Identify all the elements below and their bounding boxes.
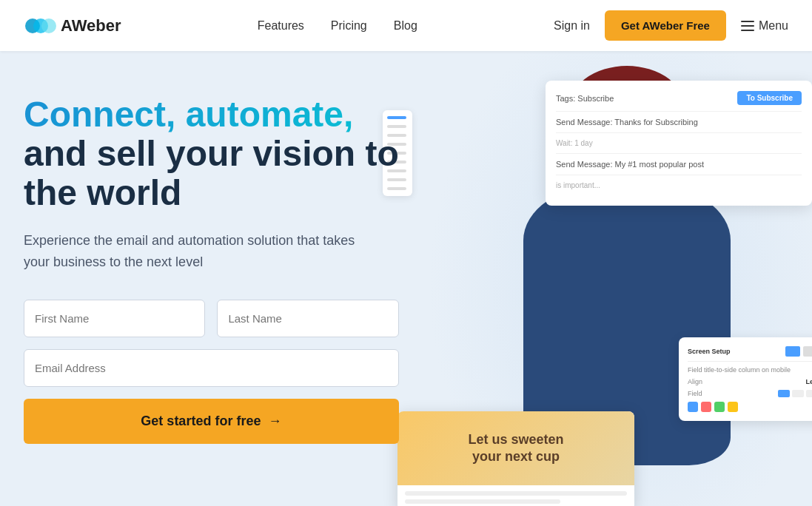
card-row-3: Wait: 1 day: [556, 139, 802, 154]
nav-features[interactable]: Features: [258, 19, 304, 33]
footer-line-1: [405, 491, 627, 496]
card-row-2-label: Send Message: Thanks for Subscribing: [556, 118, 698, 127]
menu-label: Menu: [759, 19, 788, 33]
panel-field-label: Field: [688, 390, 702, 397]
email-text-line2: your next cup: [472, 449, 560, 464]
svg-point-2: [41, 18, 56, 33]
logo-text: AWeber: [61, 16, 121, 36]
hero-subtitle: Experience the email and automation solu…: [24, 230, 364, 273]
swatch-green[interactable]: [714, 402, 725, 412]
swatch-blue[interactable]: [688, 402, 698, 412]
card-row-4-label: Send Message: My #1 most popular post: [556, 160, 704, 169]
hero-illustration: Tags: Subscribe To Subscribe Send Messag…: [383, 51, 812, 506]
navbar-right: Sign in Get AWeber Free Menu: [554, 10, 788, 41]
signup-form: Get started for free →: [24, 300, 399, 444]
cta-label: Get started for free: [141, 414, 261, 429]
signin-link[interactable]: Sign in: [554, 19, 590, 33]
panel-title-row: Screen Setup: [688, 346, 812, 357]
navbar: AWeber Features Pricing Blog Sign in Get…: [0, 0, 812, 51]
footer-line-2: [405, 499, 560, 504]
name-row: [24, 300, 399, 337]
email-template-text: Let us sweeten your next cup: [468, 431, 563, 466]
menu-button[interactable]: Menu: [741, 19, 788, 33]
hero-title-line2: and sell your vision to: [24, 134, 399, 173]
subscribe-btn: To Subscribe: [737, 91, 802, 105]
email-template-card: Let us sweeten your next cup: [397, 411, 634, 506]
panel-row-1: Field title-to-side column on mobile: [688, 366, 812, 374]
panel-divider: [688, 361, 812, 362]
swatch-yellow[interactable]: [728, 402, 738, 412]
panel-row-2: Align Left: [688, 378, 812, 385]
hero-title: Connect, automate, and sell your vision …: [24, 95, 399, 212]
logo[interactable]: AWeber: [24, 9, 121, 43]
email-card-footer: [397, 485, 634, 506]
panel-align-label: Align: [688, 378, 702, 385]
get-started-button[interactable]: Get started for free →: [24, 399, 399, 444]
card-row-1: Tags: Subscribe To Subscribe: [556, 91, 802, 112]
swatch-red[interactable]: [701, 402, 711, 412]
nav-pricing[interactable]: Pricing: [331, 19, 367, 33]
panel-field-options: [778, 390, 812, 397]
card-row-2: Send Message: Thanks for Subscribing: [556, 118, 802, 133]
card-row-5: is important...: [556, 181, 802, 195]
card-row-3-label: Wait: 1 day: [556, 139, 593, 147]
hero-title-line3: the world: [24, 173, 181, 212]
automation-card: Tags: Subscribe To Subscribe Send Messag…: [546, 81, 812, 206]
card-row-4: Send Message: My #1 most popular post: [556, 160, 802, 175]
panel-row-1-label: Field title-to-side column on mobile: [688, 366, 791, 374]
get-aweber-free-button[interactable]: Get AWeber Free: [605, 10, 726, 41]
hero-section: Connect, automate, and sell your vision …: [0, 51, 812, 506]
panel-align-value: Left: [806, 378, 813, 385]
hero-content: Connect, automate, and sell your vision …: [24, 95, 399, 444]
hamburger-icon: [741, 21, 754, 31]
email-text-line1: Let us sweeten: [468, 432, 563, 447]
first-name-input[interactable]: [24, 300, 205, 337]
panel-title: Screen Setup: [688, 348, 731, 355]
color-swatches: [688, 402, 812, 412]
nav-blog[interactable]: Blog: [394, 19, 417, 33]
card-row-5-label: is important...: [556, 181, 600, 189]
card-row-1-label: Tags: Subscribe: [556, 94, 614, 103]
navbar-links: Features Pricing Blog: [258, 19, 417, 33]
last-name-input[interactable]: [217, 300, 398, 337]
hero-title-line1: Connect, automate,: [24, 95, 353, 134]
settings-panel: Screen Setup Field title-to-side column …: [679, 337, 812, 421]
panel-row-3: Field: [688, 390, 812, 397]
cta-arrow: →: [268, 414, 281, 429]
email-input[interactable]: [24, 349, 399, 387]
panel-icons: [785, 346, 812, 357]
email-preview: Let us sweeten your next cup: [397, 411, 634, 485]
